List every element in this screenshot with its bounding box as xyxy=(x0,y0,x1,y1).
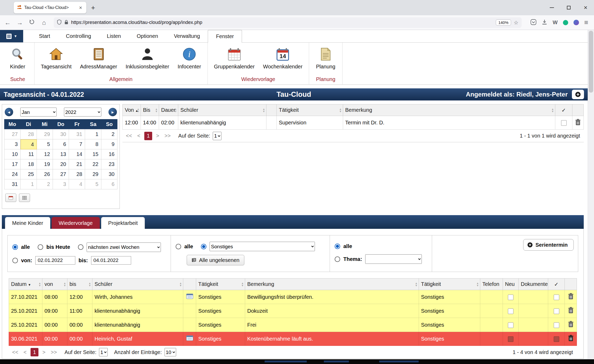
calendar-day[interactable]: 9 xyxy=(101,139,117,149)
calendar-day[interactable]: 5 xyxy=(85,179,101,189)
column-header-datum[interactable]: Datum▼▲▼ xyxy=(9,279,42,290)
download-icon[interactable] xyxy=(542,19,547,26)
column-header-schüler[interactable]: Schüler▲▼ xyxy=(178,104,266,116)
checkbox[interactable] xyxy=(508,336,513,342)
tab-meine-kinder[interactable]: Meine Kinder xyxy=(5,217,50,229)
profile-icon[interactable] xyxy=(573,20,579,25)
reload-icon[interactable] xyxy=(28,19,36,26)
calendar-day[interactable]: 28 xyxy=(69,169,85,179)
url-bar[interactable]: https://presentation.acoma.cloud/tau-clo… xyxy=(54,17,522,28)
thema-select[interactable] xyxy=(365,254,422,264)
scrollbar-thumb[interactable] xyxy=(589,31,593,93)
menu-item-controlling[interactable]: Controlling xyxy=(58,30,99,42)
calendar-day[interactable]: 2 xyxy=(101,129,117,139)
calendar-day[interactable]: 30 xyxy=(53,129,69,139)
calendar-day[interactable]: 26 xyxy=(37,169,53,179)
calendar-day[interactable]: 15 xyxy=(85,149,101,159)
serientermin-button[interactable]: Serientermin xyxy=(523,239,574,251)
column-header-bis[interactable]: Bis▲▼ xyxy=(141,104,159,116)
column-header-bis[interactable]: bis▲▼ xyxy=(67,279,92,290)
ribbon-item-adressmanager[interactable]: AdressManager xyxy=(76,45,121,71)
pager-current-page[interactable]: 1 xyxy=(31,348,38,356)
checkbox[interactable] xyxy=(508,295,513,300)
column-header-bemerkung[interactable]: Bemerkung▲▼ xyxy=(343,104,555,116)
trash-icon[interactable] xyxy=(568,307,573,315)
calendar-grid-button[interactable] xyxy=(19,194,30,202)
calendar-day[interactable]: 16 xyxy=(101,149,117,159)
browser-tab[interactable]: Tau-Cloud <Tau-Cloud> × xyxy=(14,2,86,13)
window-maximize-button[interactable] xyxy=(560,0,577,15)
per-page-select[interactable]: 1 xyxy=(213,132,221,140)
calendar-day[interactable]: 24 xyxy=(4,169,21,179)
calendar-day[interactable]: 21 xyxy=(69,159,85,169)
menu-item-fenster[interactable]: Fenster xyxy=(208,30,242,43)
calendar-day[interactable]: 12 xyxy=(37,149,53,159)
tab-wiedervorlage[interactable]: Wiedervorlage xyxy=(52,217,100,229)
back-icon[interactable]: ← xyxy=(4,19,12,26)
type-select[interactable]: Sonstiges xyxy=(210,242,315,251)
card-icon[interactable] xyxy=(186,294,193,300)
range-radio[interactable] xyxy=(78,244,83,250)
pager-first-button[interactable]: << xyxy=(125,133,133,139)
calendar-day[interactable]: 10 xyxy=(4,149,21,159)
column-header-schüler[interactable]: Schüler▲▼ xyxy=(92,279,183,290)
column-header-bemerkung[interactable]: Bemerkung▲▼ xyxy=(245,279,419,290)
calendar-day[interactable]: 11 xyxy=(21,149,37,159)
calendar-day[interactable]: 6 xyxy=(101,179,117,189)
page-scrollbar[interactable] xyxy=(588,30,594,359)
tab-projektarbeit[interactable]: Projektarbeit xyxy=(101,217,145,229)
pager-last-button[interactable]: >> xyxy=(49,349,58,355)
menu-item-verwaltung[interactable]: Verwaltung xyxy=(166,30,208,42)
calendar-day[interactable]: 1 xyxy=(85,129,101,139)
zoom-badge[interactable]: 140% xyxy=(496,19,511,26)
year-select[interactable]: 2022 xyxy=(64,108,101,117)
checkbox[interactable] xyxy=(554,295,559,300)
window-minimize-button[interactable] xyxy=(543,0,560,15)
calendar-day[interactable]: 5 xyxy=(37,139,53,149)
checkbox[interactable] xyxy=(554,309,559,314)
calendar-day[interactable]: 3 xyxy=(53,179,69,189)
per-page-select[interactable]: 1 xyxy=(99,348,108,356)
calendar-day[interactable]: 6 xyxy=(53,139,69,149)
shield-icon[interactable] xyxy=(57,19,62,26)
thema-alle-radio[interactable] xyxy=(335,244,340,249)
checkbox[interactable] xyxy=(508,322,513,328)
menu-item-start[interactable]: Start xyxy=(31,30,58,42)
calendar-day[interactable]: 13 xyxy=(53,149,69,159)
calendar-day[interactable]: 27 xyxy=(53,169,69,179)
type-alle-radio[interactable] xyxy=(176,244,181,249)
all-unread-button[interactable]: Alle ungelesenen xyxy=(187,255,244,265)
column-header-dauer[interactable]: Dauer▲▼ xyxy=(159,104,178,116)
menu-item-optionen[interactable]: Optionen xyxy=(129,30,166,42)
calendar-day[interactable]: 1 xyxy=(21,179,37,189)
calendar-day[interactable]: 29 xyxy=(85,169,101,179)
calendar-day[interactable]: 28 xyxy=(21,129,37,139)
pager-next-button[interactable]: > xyxy=(41,349,47,355)
range-select[interactable]: nächsten zwei Wochen xyxy=(87,242,161,252)
calendar-day[interactable]: 20 xyxy=(53,159,69,169)
date-alle-radio[interactable] xyxy=(12,244,18,250)
trash-icon[interactable] xyxy=(568,293,573,301)
pager-current-page[interactable]: 1 xyxy=(144,132,152,140)
pager-prev-button[interactable]: < xyxy=(136,133,142,139)
checkbox[interactable] xyxy=(561,120,567,126)
calendar-day[interactable]: 4 xyxy=(69,179,85,189)
ribbon-item-wochenkalender[interactable]: 14Wochenkalender xyxy=(259,45,307,71)
calendar-day[interactable]: 27 xyxy=(4,129,21,139)
calendar-day[interactable]: 19 xyxy=(37,159,53,169)
calendar-prev-button[interactable]: ◄ xyxy=(5,108,13,116)
entry-count-select[interactable]: 10 xyxy=(165,348,176,356)
calendar-day[interactable]: 2 xyxy=(37,179,53,189)
wikipedia-extension-icon[interactable]: W xyxy=(553,19,558,26)
thema-radio[interactable] xyxy=(335,256,340,262)
trash-icon[interactable] xyxy=(568,335,573,343)
ribbon-item-inklusionsbegleiter[interactable]: Inklusionsbegleiter xyxy=(121,45,174,71)
calendar-day[interactable]: 30 xyxy=(101,169,117,179)
month-select[interactable]: Jan xyxy=(20,108,57,117)
bis-heute-radio[interactable] xyxy=(38,244,43,250)
calendar-day[interactable]: 31 xyxy=(4,179,21,189)
add-appointment-button[interactable] xyxy=(572,90,584,99)
von-date-input[interactable] xyxy=(35,256,75,265)
window-close-button[interactable]: × xyxy=(577,0,594,15)
lock-icon[interactable] xyxy=(64,19,68,26)
